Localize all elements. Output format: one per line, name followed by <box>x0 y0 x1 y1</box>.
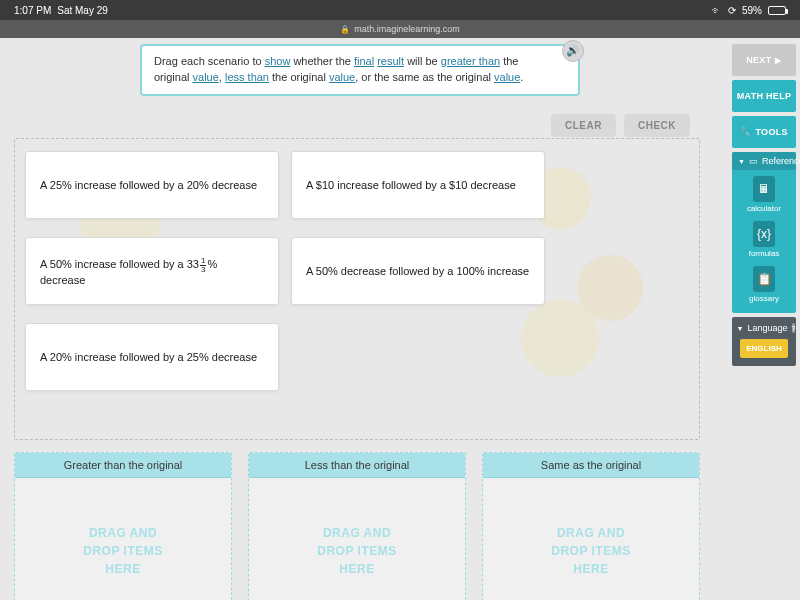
card-label: A $10 increase followed by a $10 decreas… <box>306 179 516 191</box>
clipboard-icon: 📋 <box>753 266 775 292</box>
keyword-final[interactable]: final <box>354 55 374 67</box>
card-50inc-33dec[interactable]: A 50% increase followed by a 3313% decre… <box>25 237 279 305</box>
instruction-text: Drag each scenario to <box>154 55 265 67</box>
play-icon: ▶ <box>775 56 781 65</box>
drag-source-area: A 25% increase followed by a 20% decreas… <box>14 138 700 440</box>
window-icon: ▭ <box>749 156 758 166</box>
calculator-icon: 🖩 <box>753 176 775 202</box>
lock-icon: 🔒 <box>340 25 350 34</box>
zone-placeholder: DRAG ANDDROP ITEMSHERE <box>249 478 465 600</box>
language-panel: ▼ Language ? ENGLISH <box>732 317 796 366</box>
orientation-lock-icon: ⟳ <box>728 5 736 16</box>
tools-button[interactable]: TOOLS <box>732 116 796 148</box>
calculator-tool[interactable]: 🖩 calculator <box>732 170 796 215</box>
keyword-show[interactable]: show <box>265 55 291 67</box>
formulas-tool[interactable]: {x} formulas <box>732 215 796 260</box>
math-help-button[interactable]: MATH HELP <box>732 80 796 112</box>
zone-header: Less than the original <box>249 453 465 478</box>
drop-zone-same[interactable]: Same as the original DRAG ANDDROP ITEMSH… <box>482 452 700 600</box>
keyword-greater-than[interactable]: greater than <box>441 55 500 67</box>
keyword-result[interactable]: result <box>377 55 404 67</box>
card-label: A 50% increase followed by a 3313% decre… <box>40 257 264 286</box>
chevron-down-icon: ▼ <box>737 325 744 332</box>
reference-panel: ▼ ▭ Reference 🖩 calculator {x} formulas … <box>732 152 796 313</box>
card-label: A 25% increase followed by a 20% decreas… <box>40 179 257 191</box>
zone-placeholder: DRAG ANDDROP ITEMSHERE <box>15 478 231 600</box>
help-icon[interactable]: ? <box>792 323 796 333</box>
card-25inc-20dec[interactable]: A 25% increase followed by a 20% decreas… <box>25 151 279 219</box>
status-time: 1:07 PM <box>14 5 51 16</box>
battery-pct: 59% <box>742 5 762 16</box>
browser-url: math.imaginelearning.com <box>354 24 460 34</box>
speaker-icon[interactable]: 🔊 <box>562 40 584 62</box>
check-button[interactable]: CHECK <box>624 114 690 137</box>
reference-header[interactable]: ▼ ▭ Reference <box>732 152 796 170</box>
fraction-one-third: 13 <box>200 257 206 274</box>
chevron-down-icon: ▼ <box>738 158 745 165</box>
card-label: A 20% increase followed by a 25% decreas… <box>40 351 257 363</box>
zone-header: Greater than the original <box>15 453 231 478</box>
browser-address-bar[interactable]: 🔒 math.imaginelearning.com <box>0 20 800 38</box>
keyword-value-3[interactable]: value <box>494 71 520 83</box>
wifi-icon: ᯤ <box>712 5 722 16</box>
battery-icon <box>768 6 786 15</box>
keyword-value[interactable]: value <box>193 71 219 83</box>
card-label: A 50% decrease followed by a 100% increa… <box>306 265 529 277</box>
keyword-less-than[interactable]: less than <box>225 71 269 83</box>
glossary-tool[interactable]: 📋 glossary <box>732 260 796 305</box>
status-date: Sat May 29 <box>57 5 108 16</box>
drop-zone-greater[interactable]: Greater than the original DRAG ANDDROP I… <box>14 452 232 600</box>
ipad-status-bar: 1:07 PM Sat May 29 ᯤ ⟳ 59% <box>0 0 800 20</box>
language-header[interactable]: ▼ Language ? <box>732 321 796 339</box>
formulas-icon: {x} <box>753 221 775 247</box>
drop-zone-less[interactable]: Less than the original DRAG ANDDROP ITEM… <box>248 452 466 600</box>
card-20inc-25dec[interactable]: A 20% increase followed by a 25% decreas… <box>25 323 279 391</box>
keyword-value-2[interactable]: value <box>329 71 355 83</box>
english-button[interactable]: ENGLISH <box>740 339 788 358</box>
zone-placeholder: DRAG ANDDROP ITEMSHERE <box>483 478 699 600</box>
card-50dec-100inc[interactable]: A 50% decrease followed by a 100% increa… <box>291 237 545 305</box>
next-button[interactable]: NEXT▶ <box>732 44 796 76</box>
zone-header: Same as the original <box>483 453 699 478</box>
clear-button[interactable]: CLEAR <box>551 114 616 137</box>
card-10inc-10dec[interactable]: A $10 increase followed by a $10 decreas… <box>291 151 545 219</box>
instruction-box: Drag each scenario to show whether the f… <box>140 44 580 96</box>
